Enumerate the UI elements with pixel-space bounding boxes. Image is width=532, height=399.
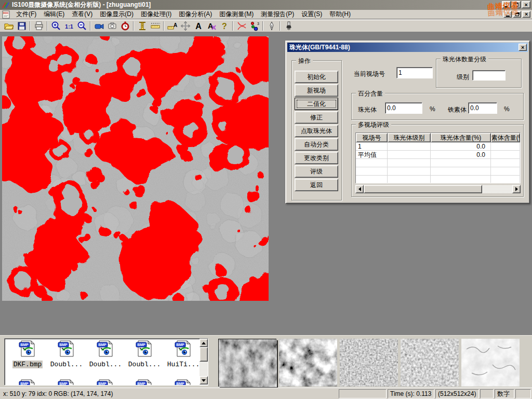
file-item[interactable]: BMPHuiTi... bbox=[165, 340, 202, 368]
file-item[interactable]: BMP bbox=[126, 379, 163, 385]
scrollbar-track[interactable] bbox=[482, 185, 512, 193]
bmp-file-icon: BMP bbox=[174, 379, 193, 385]
scrollbar-thumb[interactable] bbox=[364, 185, 482, 193]
file-list[interactable]: BMPDKF.bmpBMPBMPDoubl...BMPBMPDoubl...BM… bbox=[4, 338, 208, 385]
file-item[interactable]: BMP bbox=[87, 379, 124, 385]
menu-item-image-display[interactable]: 图像显示(D) bbox=[96, 9, 137, 19]
title-bar[interactable]: IS100显微摄像系统(金相分析版) - [zhuguangti01] × bbox=[0, 0, 532, 10]
file-item[interactable]: BMP bbox=[48, 379, 85, 385]
binarize-button[interactable]: 二值化 bbox=[295, 98, 338, 110]
menu-item-settings[interactable]: 设置(S) bbox=[298, 9, 326, 19]
grid-cell bbox=[491, 151, 520, 159]
curve-button[interactable] bbox=[235, 20, 248, 32]
toolbar-separator bbox=[262, 21, 263, 31]
text-style-button[interactable]: A bbox=[205, 20, 218, 32]
correct-button[interactable]: 修正 bbox=[295, 111, 338, 124]
menu-item-measure-report[interactable]: 测量报告(P) bbox=[257, 9, 298, 19]
thumbnail-image[interactable] bbox=[340, 339, 398, 387]
menu-item-file[interactable]: 文件(F) bbox=[12, 9, 40, 19]
file-item[interactable]: BMPDoubl... bbox=[126, 340, 163, 368]
grid-header-cell[interactable]: 珠光体含量(%) bbox=[431, 133, 491, 142]
thumbnail-image[interactable] bbox=[279, 339, 337, 387]
menu-item-view[interactable]: 查看(V) bbox=[68, 9, 96, 19]
file-scroll-down-button[interactable] bbox=[200, 376, 208, 384]
svg-text:BMP: BMP bbox=[137, 382, 145, 385]
grade-input[interactable] bbox=[472, 70, 506, 81]
file-scroll-up-button[interactable] bbox=[200, 339, 208, 347]
table-row[interactable] bbox=[356, 176, 520, 183]
current-field-input[interactable] bbox=[396, 67, 433, 78]
pearlite-percent-input[interactable] bbox=[385, 102, 422, 114]
document-icon: DOC bbox=[2, 10, 11, 19]
thumbnail-image[interactable] bbox=[218, 339, 276, 387]
grade-button[interactable]: 评级 bbox=[295, 165, 338, 178]
file-item[interactable]: BMPDoubl... bbox=[48, 340, 85, 368]
metallographic-image[interactable] bbox=[2, 36, 269, 301]
ruler-text-button[interactable]: A bbox=[166, 20, 179, 32]
auto-classify-button[interactable]: 自动分类 bbox=[295, 138, 338, 151]
initialize-button[interactable]: 初始化 bbox=[295, 71, 338, 83]
scroll-right-button[interactable] bbox=[512, 185, 521, 193]
grid-header-cell[interactable]: 视场号 bbox=[356, 133, 388, 142]
video-camera-button[interactable] bbox=[92, 20, 105, 32]
caliper-button[interactable] bbox=[136, 20, 149, 32]
pick-pearlite-button[interactable]: 点取珠光体 bbox=[295, 125, 338, 137]
new-field-button[interactable]: 新视场 bbox=[295, 84, 338, 97]
table-row[interactable] bbox=[356, 167, 520, 176]
camera-button[interactable] bbox=[105, 20, 118, 32]
file-item[interactable]: BMPDoubl... bbox=[87, 340, 124, 368]
mdi-restore-button[interactable] bbox=[513, 11, 521, 18]
table-row[interactable]: 10.0 bbox=[356, 142, 520, 151]
multifield-group-label: 多视场评级 bbox=[356, 121, 391, 129]
menu-item-image-analysis[interactable]: 图像分析(A) bbox=[175, 9, 216, 19]
grid-cell bbox=[356, 176, 388, 183]
zoom-out-button[interactable] bbox=[75, 20, 88, 32]
file-item[interactable]: BMP bbox=[9, 379, 46, 385]
move-button[interactable] bbox=[179, 20, 192, 32]
file-item[interactable]: BMP bbox=[165, 379, 202, 385]
open-button[interactable] bbox=[2, 20, 15, 32]
menu-item-image-process[interactable]: 图像处理(I) bbox=[137, 9, 175, 19]
save-button[interactable] bbox=[15, 20, 28, 32]
zoom-in-button[interactable] bbox=[49, 20, 62, 32]
menu-item-help[interactable]: 帮助(H) bbox=[326, 9, 354, 19]
pen-button[interactable] bbox=[265, 20, 278, 32]
brush-button[interactable] bbox=[282, 20, 295, 32]
color-points-button[interactable]: 3 bbox=[248, 20, 261, 32]
multifield-table[interactable]: 视场号珠光体级别珠光体含量(%)铁素体含量(%)10.0平均值0.0 bbox=[355, 132, 521, 183]
stopwatch-button[interactable] bbox=[118, 20, 131, 32]
grid-cell: 1 bbox=[356, 142, 388, 151]
table-row[interactable]: 平均值0.0 bbox=[356, 151, 520, 159]
file-item[interactable]: BMPDKF.bmp bbox=[9, 340, 46, 368]
change-class-button[interactable]: 更改类别 bbox=[295, 152, 338, 164]
text-button[interactable]: A bbox=[192, 20, 205, 32]
mdi-minimize-button[interactable] bbox=[503, 11, 512, 18]
file-list-scrollbar[interactable] bbox=[200, 339, 208, 384]
close-button[interactable]: × bbox=[522, 1, 530, 8]
print-button[interactable] bbox=[32, 20, 45, 32]
return-button[interactable]: 返回 bbox=[295, 179, 338, 191]
thumbnail-image[interactable] bbox=[461, 339, 520, 387]
table-horizontal-scrollbar[interactable] bbox=[355, 185, 521, 193]
status-image-dimensions: (512x512x24) bbox=[435, 389, 479, 398]
dialog-close-button[interactable]: × bbox=[518, 44, 527, 51]
file-scrollbar-thumb[interactable] bbox=[200, 347, 208, 362]
scroll-left-button[interactable] bbox=[355, 185, 364, 193]
grid-header-cell[interactable]: 铁素体含量(%) bbox=[491, 133, 520, 142]
thumbnail-image[interactable] bbox=[401, 339, 459, 387]
ruler-button[interactable] bbox=[149, 20, 162, 32]
menu-item-image-measure[interactable]: 图像测量(M) bbox=[216, 9, 257, 19]
menu-bar: DOC 文件(F)编辑(E)查看(V)图像显示(D)图像处理(I)图像分析(A)… bbox=[0, 10, 532, 19]
stopwatch-icon bbox=[120, 21, 130, 31]
actual-size-button[interactable]: 1:1 bbox=[62, 20, 75, 32]
mdi-close-button[interactable]: × bbox=[522, 11, 530, 18]
brush-icon bbox=[284, 21, 294, 31]
file-name-label: HuiTi... bbox=[166, 361, 201, 368]
grid-header-cell[interactable]: 珠光体级别 bbox=[388, 133, 431, 142]
table-row[interactable] bbox=[356, 159, 520, 167]
menu-item-edit[interactable]: 编辑(E) bbox=[40, 9, 68, 19]
help-button[interactable]: ? bbox=[218, 20, 231, 32]
ferrite-percent-input[interactable] bbox=[468, 102, 497, 114]
dialog-title-bar[interactable]: 珠光体(GB/T9441-88) × bbox=[287, 43, 528, 52]
toolbar-separator bbox=[133, 21, 134, 31]
